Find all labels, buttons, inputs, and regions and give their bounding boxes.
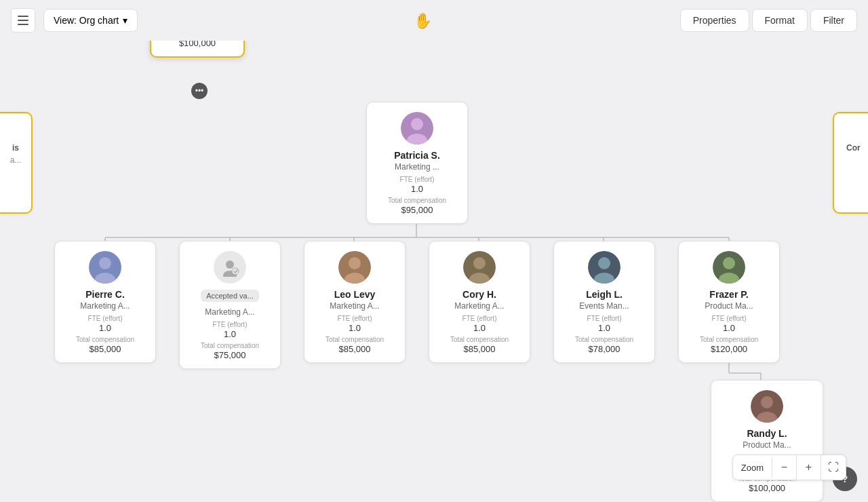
person-avatar-pierre <box>89 251 121 284</box>
svg-point-33 <box>723 257 735 269</box>
avatar-accepted-placeholder <box>214 251 246 284</box>
role-patricia: Marketing ... <box>376 162 458 172</box>
fte-label-leo: FTE (effort) <box>314 315 395 322</box>
fte-value-cory: 1.0 <box>439 323 520 333</box>
role-cory: Marketing A... <box>439 301 520 311</box>
toolbar-right: Properties Format Filter <box>680 9 857 32</box>
person-avatar-leigh <box>588 251 620 284</box>
avatar-patricia <box>401 112 433 144</box>
svg-point-18 <box>99 257 111 269</box>
toolbar-left: View: Org chart ▾ <box>11 8 138 33</box>
name-randy: Randy L. <box>721 428 813 439</box>
name-cory: Cory H. <box>439 289 520 300</box>
avatar-leigh <box>588 251 620 284</box>
comp-value-leigh: $78,000 <box>564 344 645 354</box>
role-randy: Product Ma... <box>721 440 813 450</box>
comp-value-randy: $100,000 <box>721 483 813 493</box>
comp-label-leo: Total compensation <box>314 336 395 343</box>
person-placeholder-icon <box>220 258 239 277</box>
zoom-controls: Zoom − + ⛶ <box>732 455 846 480</box>
name-frazer: Frazer P. <box>688 289 770 300</box>
partial-card-left[interactable]: is a... <box>0 112 33 214</box>
partial-right-text1: Cor <box>844 143 859 153</box>
card-frazer[interactable]: Frazer P. Product Ma... FTE (effort) 1.0… <box>678 241 780 363</box>
svg-point-27 <box>473 257 486 269</box>
card-cory[interactable]: Cory H. Marketing A... FTE (effort) 1.0 … <box>429 241 530 363</box>
svg-point-15 <box>411 118 423 130</box>
view-dropdown[interactable]: View: Org chart ▾ <box>43 9 138 32</box>
fte-value-leigh: 1.0 <box>564 323 645 333</box>
sidebar-toggle-button[interactable] <box>11 8 35 33</box>
role-leo: Marketing A... <box>314 301 395 311</box>
properties-button[interactable]: Properties <box>680 9 749 32</box>
filter-button[interactable]: Filter <box>810 9 857 32</box>
comp-value-leo: $85,000 <box>314 344 395 354</box>
fte-value-patricia: 1.0 <box>376 184 458 194</box>
partial-left-text1: is <box>9 143 22 153</box>
fte-value-leo: 1.0 <box>314 323 395 333</box>
more-options-button[interactable]: ••• <box>191 83 208 99</box>
partial-card-right[interactable]: Cor <box>833 112 868 214</box>
comp-label-cory: Total compensation <box>439 336 520 343</box>
sidebar-icon <box>18 16 28 25</box>
comp-value-accepted: $75,000 <box>189 350 271 360</box>
name-leo: Leo Levy <box>314 289 395 300</box>
zoom-minus-button[interactable]: − <box>772 455 797 480</box>
fte-label-frazer: FTE (effort) <box>688 315 770 322</box>
person-avatar-cory <box>463 251 496 284</box>
svg-point-22 <box>232 268 239 275</box>
card-randy[interactable]: Randy L. Product Ma... FTE (effort) 1.0 … <box>711 380 823 502</box>
name-pierre: Pierre C. <box>64 289 146 300</box>
comp-value-pierre: $85,000 <box>64 344 146 354</box>
person-avatar-patricia <box>401 112 433 144</box>
zoom-controls-container: Zoom − + ⛶ ? <box>827 467 857 491</box>
svg-point-36 <box>761 396 773 408</box>
zoom-plus-icon: + <box>806 461 812 474</box>
svg-point-24 <box>349 257 361 269</box>
comp-label-frazer: Total compensation <box>688 336 770 343</box>
avatar-cory <box>463 251 496 284</box>
fte-value-pierre: 1.0 <box>64 323 146 333</box>
role-pierre: Marketing A... <box>64 301 146 311</box>
avatar-leo <box>338 251 371 284</box>
chevron-down-icon: ▾ <box>123 15 127 26</box>
card-accepted[interactable]: Accepted va... Marketing A... FTE (effor… <box>179 241 281 369</box>
avatar-frazer <box>713 251 745 284</box>
card-leigh[interactable]: Leigh L. Events Man... FTE (effort) 1.0 … <box>553 241 655 363</box>
comp-value-frazer: $120,000 <box>688 344 770 354</box>
fullscreen-icon: ⛶ <box>828 461 839 474</box>
fte-label-patricia: FTE (effort) <box>376 176 458 183</box>
avatar-randy <box>751 390 783 423</box>
svg-rect-2 <box>18 24 28 25</box>
svg-rect-1 <box>18 20 28 21</box>
format-button[interactable]: Format <box>752 9 808 32</box>
role-frazer: Product Ma... <box>688 301 770 311</box>
zoom-minus-icon: − <box>781 461 787 474</box>
card-leo[interactable]: Leo Levy Marketing A... FTE (effort) 1.0… <box>304 241 406 363</box>
partial-left-text2: a... <box>9 155 22 165</box>
fte-value-accepted: 1.0 <box>189 329 271 339</box>
canvas: Total compensation $100,000 ••• is a... … <box>0 41 868 502</box>
avatar-pierre <box>89 251 121 284</box>
fte-label-leigh: FTE (effort) <box>564 315 645 322</box>
zoom-plus-button[interactable]: + <box>797 455 821 480</box>
comp-label-pierre: Total compensation <box>64 336 146 343</box>
card-patricia[interactable]: Patricia S. Marketing ... FTE (effort) 1… <box>366 102 468 224</box>
person-avatar-frazer <box>713 251 745 284</box>
tooltip-card: Total compensation $100,000 <box>150 41 245 58</box>
comp-label-patricia: Total compensation <box>376 197 458 204</box>
toolbar: View: Org chart ▾ Properties Format Filt… <box>0 0 868 41</box>
comp-value-cory: $85,000 <box>439 344 520 354</box>
person-avatar-leo <box>338 251 371 284</box>
zoom-fullscreen-button[interactable]: ⛶ <box>821 455 846 480</box>
fte-label-cory: FTE (effort) <box>439 315 520 322</box>
view-dropdown-label: View: Org chart <box>54 15 119 26</box>
svg-rect-0 <box>18 16 28 17</box>
name-leigh: Leigh L. <box>564 289 645 300</box>
fte-value-frazer: 1.0 <box>688 323 770 333</box>
comp-label-accepted: Total compensation <box>189 342 271 349</box>
role-accepted: Marketing A... <box>189 307 271 317</box>
name-patricia: Patricia S. <box>376 150 458 161</box>
person-avatar-randy <box>751 390 783 423</box>
card-pierre[interactable]: Pierre C. Marketing A... FTE (effort) 1.… <box>54 241 156 363</box>
